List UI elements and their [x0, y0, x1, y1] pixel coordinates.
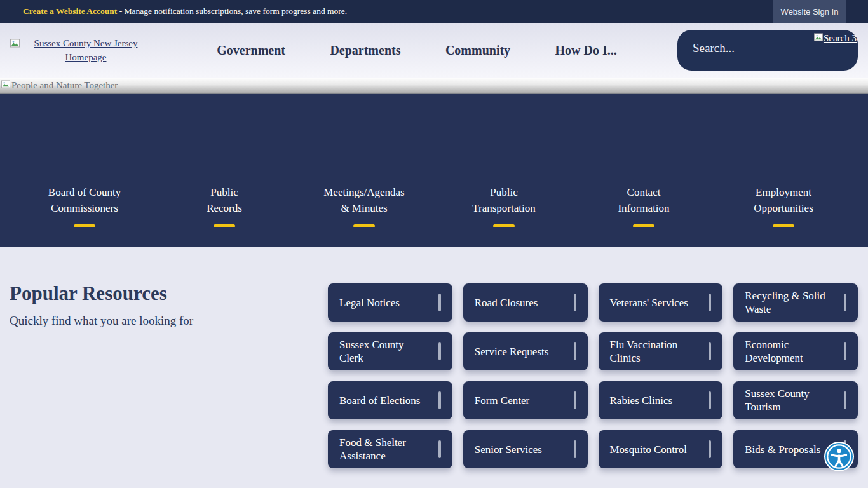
search-submit-label: Search 3: [824, 33, 857, 44]
resource-button-veterans-services[interactable]: Veterans' Services: [599, 283, 723, 322]
button-side-bar-icon: [844, 342, 846, 360]
button-side-bar-icon: [709, 391, 711, 409]
nav-item-government[interactable]: Government: [217, 43, 285, 58]
resource-button-food-shelter-assistance[interactable]: Food & Shelter Assistance: [328, 430, 452, 468]
hero-banner-alt-text: People and Nature Together: [11, 80, 118, 91]
button-side-bar-icon: [574, 440, 576, 458]
quicklink-label: Public: [490, 186, 517, 198]
search-box: Search 3: [677, 30, 858, 71]
resource-button-label: Legal Notices: [339, 296, 400, 309]
resource-button-label: Mosquito Control: [610, 443, 687, 456]
resource-button-sussex-county-tourism[interactable]: Sussex County Tourism: [733, 381, 858, 419]
broken-image-icon: [1, 80, 10, 91]
resource-button-board-of-elections[interactable]: Board of Elections: [328, 381, 452, 419]
nav-item-departments[interactable]: Departments: [330, 43, 400, 58]
button-side-bar-icon: [574, 294, 576, 311]
button-side-bar-icon: [844, 294, 846, 311]
resource-button-label: Sussex County Clerk: [339, 338, 426, 365]
yellow-underline-bar: [74, 224, 95, 227]
broken-image-icon: [10, 39, 20, 50]
main-navigation: Government Departments Community How Do …: [169, 43, 677, 58]
quicklink-contact-information[interactable]: Contact Information: [574, 184, 714, 247]
resource-button-road-closures[interactable]: Road Closures: [463, 283, 588, 322]
nav-item-community[interactable]: Community: [445, 43, 510, 58]
hero-quicklinks: Board of County Commissioners Public Rec…: [0, 94, 868, 247]
button-side-bar-icon: [709, 294, 711, 311]
resource-button-label: Rabies Clinics: [610, 394, 673, 407]
quicklink-label: Transportation: [472, 202, 536, 214]
popular-resources-intro: Popular Resources Quickly find what you …: [0, 247, 328, 468]
yellow-underline-bar: [773, 224, 794, 227]
button-side-bar-icon: [438, 391, 441, 409]
nav-item-how-do-i[interactable]: How Do I...: [555, 43, 617, 58]
yellow-underline-bar: [633, 224, 654, 227]
quicklink-employment-opportunities[interactable]: Employment Opportunities: [714, 184, 853, 247]
resource-button-rabies-clinics[interactable]: Rabies Clinics: [599, 381, 723, 419]
button-side-bar-icon: [709, 342, 711, 360]
resource-button-label: Veterans' Services: [610, 296, 688, 309]
top-utility-bar: Create a Website Account - Manage notifi…: [0, 0, 868, 23]
quicklink-label: Employment: [756, 186, 811, 198]
quicklink-board-of-county-commissioners[interactable]: Board of County Commissioners: [15, 184, 154, 247]
quicklink-label: Commissioners: [51, 202, 118, 214]
quicklink-public-records[interactable]: Public Records: [154, 184, 294, 247]
resource-button-senior-services[interactable]: Senior Services: [463, 430, 588, 468]
yellow-underline-bar: [353, 224, 375, 227]
resource-button-label: Road Closures: [475, 296, 538, 309]
resource-button-label: Service Requests: [475, 345, 549, 358]
resource-button-sussex-county-clerk[interactable]: Sussex County Clerk: [328, 332, 452, 370]
resource-button-recycling-solid-waste[interactable]: Recycling & Solid Waste: [733, 283, 858, 322]
quicklink-label: Opportunities: [754, 202, 813, 214]
resource-button-label: Economic Development: [745, 338, 831, 365]
button-side-bar-icon: [844, 391, 846, 409]
resource-button-label: Food & Shelter Assistance: [339, 436, 426, 463]
resource-button-label: Flu Vaccination Clinics: [610, 338, 696, 365]
accessibility-widget-button[interactable]: [824, 442, 854, 471]
quicklink-meetings-agendas-minutes[interactable]: Meetings/Agendas & Minutes: [294, 184, 434, 247]
resource-button-form-center[interactable]: Form Center: [463, 381, 588, 419]
button-side-bar-icon: [438, 294, 441, 311]
resource-button-label: Sussex County Tourism: [745, 387, 831, 414]
resource-button-label: Board of Elections: [339, 394, 420, 407]
hero-banner-broken-image: People and Nature Together: [0, 78, 868, 94]
button-side-bar-icon: [709, 440, 711, 458]
yellow-underline-bar: [214, 224, 235, 227]
quicklink-label: Contact: [627, 186, 661, 198]
resource-button-label: Form Center: [475, 394, 529, 407]
site-logo: Sussex County New Jersey Homepage: [10, 36, 169, 64]
create-account-link[interactable]: Create a Website Account: [23, 6, 117, 16]
quicklink-label: Public: [210, 186, 238, 198]
resource-button-mosquito-control[interactable]: Mosquito Control: [599, 430, 723, 468]
quicklink-label: Meetings/Agendas: [323, 186, 404, 198]
quicklink-public-transportation[interactable]: Public Transportation: [434, 184, 574, 247]
popular-resources-grid: Legal Notices Road Closures Veterans' Se…: [328, 283, 858, 468]
quicklink-label: & Minutes: [341, 202, 387, 214]
popular-resources-section: Popular Resources Quickly find what you …: [0, 247, 868, 468]
resource-button-label: Recycling & Solid Waste: [745, 289, 831, 316]
quicklink-label: Board of County: [48, 186, 121, 198]
top-bar-message: Create a Website Account - Manage notifi…: [0, 6, 773, 17]
resource-button-label: Senior Services: [475, 443, 542, 456]
accessibility-person-icon: [824, 464, 854, 473]
section-title: Popular Resources: [10, 282, 328, 305]
quicklink-label: Records: [207, 202, 242, 214]
section-subtitle: Quickly find what you are looking for: [10, 314, 328, 328]
homepage-link[interactable]: Sussex County New Jersey Homepage: [29, 36, 143, 64]
resource-button-label: Bids & Proposals: [745, 443, 820, 456]
button-side-bar-icon: [438, 342, 441, 360]
button-side-bar-icon: [574, 342, 576, 360]
button-side-bar-icon: [438, 440, 441, 458]
quicklink-label: Information: [618, 202, 669, 214]
resource-button-service-requests[interactable]: Service Requests: [463, 332, 588, 370]
broken-image-icon: [814, 33, 823, 44]
top-bar-tagline: - Manage notification subscriptions, sav…: [117, 6, 347, 16]
search-submit-link[interactable]: Search 3: [814, 33, 857, 44]
website-sign-in-button[interactable]: Website Sign In: [773, 0, 846, 23]
yellow-underline-bar: [493, 224, 515, 227]
resource-button-flu-vaccination-clinics[interactable]: Flu Vaccination Clinics: [599, 332, 723, 370]
button-side-bar-icon: [574, 391, 576, 409]
resource-button-economic-development[interactable]: Economic Development: [733, 332, 858, 370]
site-header: Sussex County New Jersey Homepage Govern…: [0, 23, 868, 78]
resource-button-legal-notices[interactable]: Legal Notices: [328, 283, 452, 322]
